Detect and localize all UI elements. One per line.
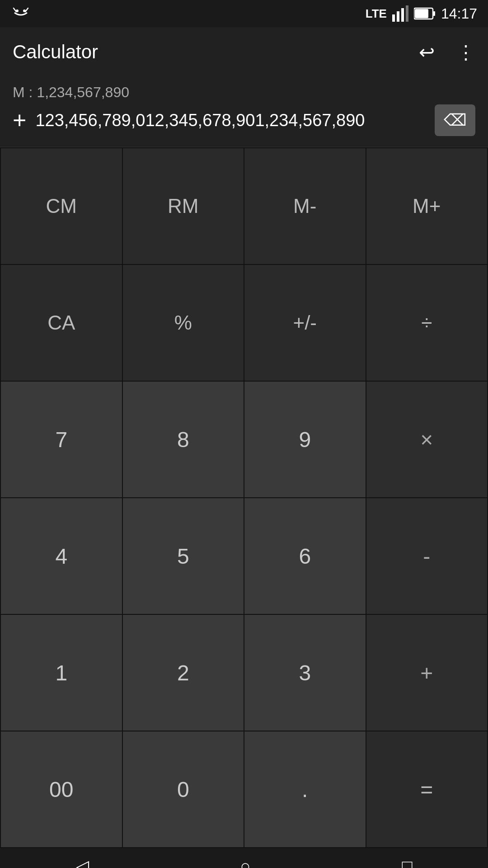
expression-value: 123,456,789,012,345,678,901,234,567,890: [35, 111, 365, 130]
display-area: M : 1,234,567,890 + 123,456,789,012,345,…: [0, 77, 488, 147]
key-8[interactable]: 8: [123, 382, 244, 497]
battery-icon: [414, 7, 436, 20]
key-op[interactable]: =: [366, 731, 488, 847]
key-4[interactable]: 4: [1, 498, 122, 614]
undo-button[interactable]: ↩: [419, 41, 435, 63]
signal-icon: [392, 5, 408, 22]
key-9[interactable]: 9: [244, 382, 366, 497]
app-bar-icons: ↩ ⋮: [419, 41, 475, 63]
key-6[interactable]: 6: [244, 498, 366, 614]
recents-button[interactable]: □: [402, 857, 413, 868]
svg-line-2: [14, 8, 16, 12]
key-RM[interactable]: RM: [123, 148, 244, 264]
memory-display: M : 1,234,567,890: [13, 84, 475, 101]
network-type: LTE: [366, 7, 387, 21]
status-bar: LTE 14:17: [0, 0, 488, 27]
key-op[interactable]: -: [366, 498, 488, 614]
key-CA[interactable]: CA: [1, 265, 122, 381]
key-5[interactable]: 5: [123, 498, 244, 614]
key-op[interactable]: %: [123, 265, 244, 381]
status-bar-right: LTE 14:17: [366, 5, 477, 22]
svg-rect-7: [406, 5, 408, 22]
app-title: Calculator: [13, 41, 98, 63]
key-3[interactable]: 3: [244, 615, 366, 731]
key-CM[interactable]: CM: [1, 148, 122, 264]
keypad: CMRMM-M+CA%+/-÷789×456-123+000.=: [0, 147, 488, 848]
key-Mop[interactable]: M+: [366, 148, 488, 264]
time-display: 14:17: [441, 5, 477, 22]
key-op[interactable]: ÷: [366, 265, 488, 381]
back-button[interactable]: ◁: [76, 856, 89, 868]
menu-button[interactable]: ⋮: [456, 41, 475, 63]
expression-row: + 123,456,789,012,345,678,901,234,567,89…: [13, 104, 475, 136]
key-op[interactable]: .: [244, 731, 366, 847]
svg-rect-5: [397, 11, 399, 22]
status-bar-left: [11, 4, 31, 24]
svg-line-3: [25, 8, 28, 12]
key-Mop[interactable]: M-: [244, 148, 366, 264]
app-bar: Calculator ↩ ⋮: [0, 27, 488, 77]
key-0[interactable]: 0: [123, 731, 244, 847]
svg-rect-10: [415, 9, 428, 18]
key-2[interactable]: 2: [123, 615, 244, 731]
backspace-icon: ⌫: [444, 111, 467, 130]
key-op[interactable]: ×: [366, 382, 488, 497]
home-button[interactable]: ○: [240, 857, 251, 868]
android-icon: [11, 4, 31, 24]
key-1[interactable]: 1: [1, 615, 122, 731]
svg-rect-6: [401, 8, 404, 22]
backspace-button[interactable]: ⌫: [435, 104, 475, 136]
nav-bar: ◁ ○ □: [0, 848, 488, 868]
key-7[interactable]: 7: [1, 382, 122, 497]
key-opopop[interactable]: +/-: [244, 265, 366, 381]
add-to-memory-button[interactable]: +: [13, 108, 26, 132]
svg-rect-9: [433, 11, 435, 16]
expression-left: + 123,456,789,012,345,678,901,234,567,89…: [13, 108, 365, 132]
key-00[interactable]: 00: [1, 731, 122, 847]
key-op[interactable]: +: [366, 615, 488, 731]
svg-rect-4: [392, 14, 395, 22]
